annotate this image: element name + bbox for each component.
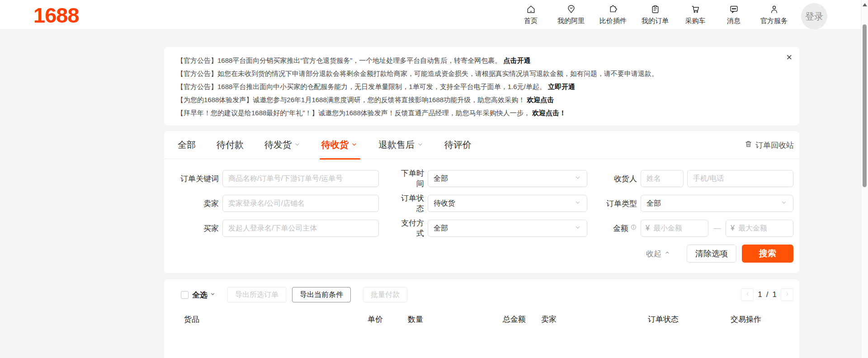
filter-row-3: 买家 支付方式 全部 金额 ¥ — ¥ [178,220,799,237]
seller-input[interactable] [222,195,379,212]
login-button[interactable]: 登录 [801,3,827,29]
amount-label: 金额 [606,223,637,234]
tab-pending-shipment[interactable]: 待发货 [264,131,301,159]
order-table-header: 货品 单价 数量 总金额 卖家 订单状态 交易操作 [164,314,799,325]
order-status-label: 订单状态 [395,193,424,214]
select-all-label: 全选 [192,290,208,300]
tab-label: 待发货 [264,139,292,151]
nav-messages[interactable]: 消息 [722,4,745,25]
amount-max-field: ¥ [726,220,793,237]
message-icon [729,4,739,16]
order-management-page: 1688 首页 我的阿里 比价插件 [0,0,868,358]
chevron-down-icon [210,290,216,299]
nav-price-plugin[interactable]: 比价插件 [599,4,627,25]
announcement-link[interactable]: 点击开通 [504,57,531,64]
tab-label: 待收货 [321,139,349,151]
home-icon [526,4,536,16]
header-nav: 首页 我的阿里 比价插件 我的订单 [519,0,788,29]
chevron-down-icon [294,140,301,150]
clear-options-button[interactable]: 清除选项 [687,245,736,263]
my-ali-icon [566,4,576,16]
prev-page-button[interactable] [741,288,754,301]
search-button[interactable]: 搜索 [742,245,793,263]
page-separator: / [766,290,769,299]
announcement-link[interactable]: 欢迎点击 [527,96,554,104]
collapse-toggle[interactable]: 收起 [646,249,670,259]
chevron-down-icon [351,140,358,150]
order-type-label-text: 订单类型 [606,198,637,209]
receiver-name-input[interactable] [641,170,684,187]
next-page-button[interactable] [781,288,793,301]
chevron-down-icon [417,140,424,150]
amount-min-input[interactable] [653,224,703,232]
announcement-item: 【官方公告】1688平台推出面向中小买家的仓配服务能力，无日发单量限制，1单可发… [177,80,787,93]
buyer-input[interactable] [222,220,379,237]
cart-icon [690,4,701,16]
top-header: 1688 首页 我的阿里 比价插件 [0,0,868,29]
seller-label: 卖家 [178,198,219,209]
announcement-item: 【拜早年！您的建议是给1688最好的“年礼”！】诚邀您为1688体验发声！反馈直… [177,106,787,119]
keyword-input[interactable] [222,170,379,187]
nav-cart[interactable]: 采购车 [684,4,707,25]
select-all-checkbox[interactable] [181,291,189,299]
chevron-down-icon [574,174,581,183]
nav-label: 比价插件 [599,17,627,25]
order-status-select[interactable]: 待收货 [428,195,587,212]
order-list-card: 全选 导出所选订单 导出当前条件 批量付款 1 / 1 货品 单价 数量 [164,279,799,358]
export-selected-button[interactable]: 导出所选订单 [227,287,286,302]
announcement-text: 【拜早年！您的建议是给1688最好的“年礼”！】诚邀您为1688体验发声！反馈直… [177,109,530,117]
my-orders-icon [650,4,660,16]
nav-home[interactable]: 首页 [519,4,542,25]
logo-1688[interactable]: 1688 [33,3,79,28]
select-all-dropdown[interactable]: 全选 [192,290,216,300]
order-filter-card: 全部 待付款 待发货 待收货 退款售后 待评价 [164,131,799,273]
chevron-right-icon [784,290,790,299]
nav-label: 我的阿里 [557,17,585,25]
scroll-up-arrow-icon[interactable] [863,3,867,6]
keyword-label: 订单关键词 [178,174,219,184]
price-plugin-icon [608,4,618,16]
nav-label: 消息 [727,17,741,25]
nav-my-ali[interactable]: 我的阿里 [557,4,585,25]
announcement-text: 【官方公告】1688平台推出面向中小买家的仓配服务能力，无日发单量限制，1单可发… [177,83,546,90]
order-type-select[interactable]: 全部 [641,195,793,212]
info-icon[interactable] [630,224,637,233]
payment-method-select[interactable]: 全部 [428,220,587,237]
tab-pending-receipt[interactable]: 待收货 [321,131,358,159]
order-tabs: 全部 待付款 待发货 待收货 退款售后 待评价 [164,131,799,159]
tab-pending-payment[interactable]: 待付款 [217,131,244,159]
tab-label: 待评价 [444,139,472,151]
order-time-select[interactable]: 全部 [428,170,587,187]
current-page: 1 [758,290,762,299]
receiver-phone-input[interactable] [687,170,793,187]
col-total-amount: 总金额 [503,314,541,325]
tab-all[interactable]: 全部 [178,131,196,159]
chevron-left-icon [745,290,750,299]
export-current-button[interactable]: 导出当前条件 [292,287,351,302]
col-goods: 货品 [184,314,368,325]
announcement-link[interactable]: 欢迎点击！ [532,109,566,117]
amount-max-input[interactable] [738,224,788,232]
currency-symbol: ¥ [646,224,650,232]
range-dash: — [708,224,726,232]
nav-official-service[interactable]: 官方服务 [760,4,788,25]
nav-my-orders[interactable]: 我的订单 [642,4,669,25]
scrollbar[interactable] [861,0,868,358]
announcement-text: 【为您的1688体验发声】诚邀您参与26年1月1688满意度调研，您的反馈将直接… [177,96,525,104]
order-time-label: 下单时间 [395,168,424,189]
order-recycle-bin-link[interactable]: 订单回收站 [744,131,794,159]
user-icon [769,4,779,16]
filter-row-1: 订单关键词 下单时间 全部 收货人 [178,170,799,187]
scrollbar-thumb[interactable] [863,24,867,187]
announcement-item: 【为您的1688体验发声】诚邀您参与26年1月1688满意度调研，您的反馈将直接… [177,93,787,106]
tab-label: 全部 [178,139,196,151]
col-order-status: 订单状态 [648,314,731,325]
col-seller: 卖家 [541,314,648,325]
announcement-link[interactable]: 立即开通 [548,83,575,90]
close-icon[interactable]: × [786,52,792,62]
filter-row-2: 卖家 订单状态 待收货 订单类型 全部 [178,195,799,212]
batch-pay-button[interactable]: 批量付款 [363,287,407,302]
announcement-banner: 【官方公告】1688平台面向分销买家推出“官方仓退货服务”，一个地址处理多平台自… [164,47,799,125]
tab-pending-review[interactable]: 待评价 [444,131,472,159]
tab-refund-aftersale[interactable]: 退款售后 [378,131,424,159]
